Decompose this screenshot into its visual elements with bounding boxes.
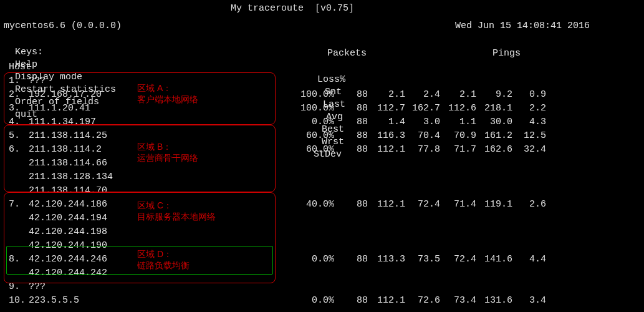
hop-stats: 60.0%88116.370.470.9161.212.5 (297, 130, 546, 142)
annot-b: 区域 B： 运营商骨干网络 (137, 141, 198, 163)
hop-stats: 60.0%88112.177.871.7162.632.4 (297, 144, 546, 156)
hop-ip: 111.1.34.197 (29, 116, 96, 129)
hop-ip: 211.138.128.134 (29, 171, 113, 183)
hop-stats: 100.0%882.12.42.19.20.9 (297, 89, 546, 101)
annot-d: 区域 D： 链路负载均衡 (137, 248, 190, 271)
hop-number: 5. (9, 130, 20, 142)
hop-ip: 211.138.114.70 (29, 185, 107, 197)
annot-a: 区域 A： 客户端本地网络 (137, 82, 198, 105)
hop-ip: 42.120.244.246 (29, 253, 107, 266)
hop-stats: 0.0%881.43.01.130.04.3 (297, 116, 546, 129)
hop-stats: 100.0%88112.7162.7112.6218.12.2 (297, 102, 546, 115)
hop-number: 4. (9, 116, 20, 129)
datetime: Wed Jun 15 14:08:41 2016 (455, 20, 590, 32)
hop-ip: 192.168.17.20 (29, 89, 102, 101)
hop-ip: 42.120.244.198 (29, 226, 107, 238)
hop-number: 2. (9, 89, 20, 101)
hop-number: 3. (9, 102, 20, 115)
col-host: Host (9, 61, 31, 74)
hop-number: 9. (9, 281, 20, 293)
hop-ip: 211.138.114.66 (29, 157, 107, 170)
app-title: My traceroute [v0.75] (231, 2, 354, 15)
hop-ip: 42.120.244.194 (29, 212, 107, 225)
hop-ip: 223.5.5.5 (29, 295, 79, 307)
hop-stats: 0.0%88113.373.572.4141.64.4 (297, 253, 546, 266)
hop-ip: ??? (29, 281, 46, 293)
hop-stats: 0.0%88112.172.673.4131.63.4 (297, 295, 546, 307)
hop-ip: 42.120.244.190 (29, 240, 107, 252)
hop-ip: ??? (29, 75, 46, 87)
hop-number: 8. (9, 253, 20, 266)
hop-ip: 42.120.244.186 (29, 198, 107, 211)
section-packets: Packets (327, 47, 367, 60)
annot-c: 区域 C： 目标服务器本地网络 (137, 200, 216, 222)
hop-number: 6. (9, 144, 20, 156)
hop-stats: 40.0%88112.172.471.4119.12.6 (297, 198, 546, 211)
section-pings: Pings (493, 47, 521, 60)
hop-ip: 111.1.20.41 (29, 102, 90, 115)
hop-ip: 211.138.114.25 (29, 130, 107, 142)
host-line: mycentos6.6 (0.0.0.0) (4, 20, 122, 32)
hop-number: 7. (9, 198, 20, 211)
hop-number: 10. (9, 295, 26, 307)
col-loss: Loss% (308, 74, 345, 86)
hop-ip: 42.120.244.242 (29, 267, 107, 280)
keys-label: Keys: (15, 47, 43, 57)
hop-number: 1. (9, 75, 20, 87)
hop-ip: 211.138.114.2 (29, 144, 102, 156)
